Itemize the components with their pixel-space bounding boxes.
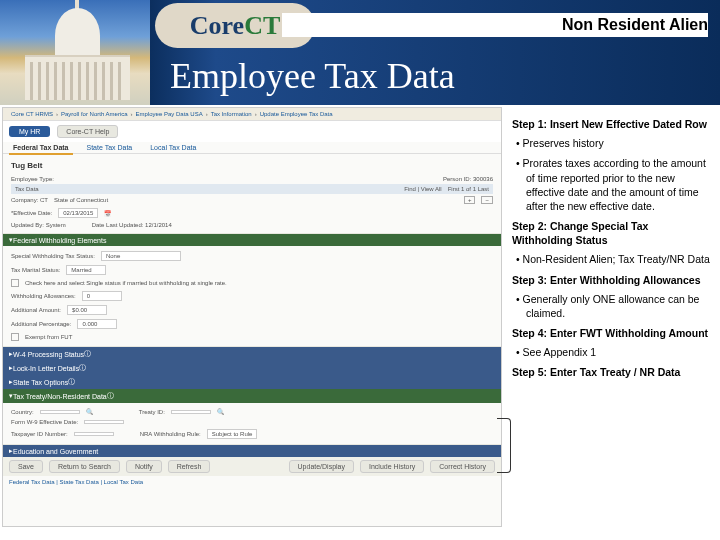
step-2: Step 2: Change Special Tax Withholding S…	[512, 219, 710, 247]
state: State of Connecticut	[54, 197, 108, 203]
calendar-icon[interactable]: 📅	[104, 210, 111, 217]
capitol-photo	[0, 0, 150, 105]
capitol-building	[25, 55, 130, 100]
aa-input[interactable]: $0.00	[67, 305, 107, 315]
step-4: Step 4: Enter FWT Withholding Amount	[512, 326, 710, 340]
main-area: Core CT HRMS›Payroll for North America›E…	[0, 105, 720, 540]
step-4-a: See Appendix 1	[526, 345, 710, 359]
my-hr-button[interactable]: My HR	[9, 126, 50, 137]
last-updated: Date Last Updated: 12/1/2014	[92, 222, 172, 228]
taxid-input[interactable]	[74, 432, 114, 436]
edu-bar[interactable]: ▸ Education and Government	[3, 445, 501, 457]
spec-wh-label: Special Withholding Tax Status:	[11, 253, 95, 259]
exempt-label: Exempt from FUT	[25, 334, 72, 340]
help-button[interactable]: Core-CT Help	[57, 125, 118, 138]
treaty-id-label: Treaty ID:	[139, 409, 165, 415]
step-1-b: Prorates taxes according to the amount o…	[526, 156, 710, 213]
breadcrumb: Core CT HRMS›Payroll for North America›E…	[3, 108, 501, 121]
wa-input[interactable]: 0	[82, 291, 122, 301]
notify-button[interactable]: Notify	[126, 460, 162, 473]
form-label: Form W-9 Effective Date:	[11, 419, 78, 425]
country-label: Country:	[11, 409, 34, 415]
add-row-button[interactable]: +	[464, 196, 476, 204]
person-id: Person ID: 300036	[443, 176, 493, 182]
wa-label: Withholding Allowances:	[11, 293, 76, 299]
updated-by: Updated By: System	[11, 222, 66, 228]
slide-title: Employee Tax Data	[170, 55, 455, 97]
remove-row-button[interactable]: −	[481, 196, 493, 204]
tax-marital-label: Tax Marital Status:	[11, 267, 60, 273]
slide-header: CoreCT Non Resident Alien Employee Tax D…	[0, 0, 720, 105]
exempt-checkbox[interactable]	[11, 333, 19, 341]
bottom-tabs[interactable]: Federal Tax Data | State Tax Data | Loca…	[3, 476, 501, 488]
brace-annotation	[497, 418, 511, 473]
tab-state[interactable]: State Tax Data	[82, 142, 136, 153]
step-2-a: Non-Resident Alien; Tax Treaty/NR Data	[526, 252, 710, 266]
tax-marital-select[interactable]: Married	[66, 265, 106, 275]
ap-input[interactable]: 0.000	[77, 319, 117, 329]
correct-history-button[interactable]: Correct History	[430, 460, 495, 473]
step-5: Step 5: Enter Tax Treaty / NR Data	[512, 365, 710, 379]
step-1: Step 1: Insert New Effective Dated Row	[512, 117, 710, 131]
single-checkbox[interactable]	[11, 279, 19, 287]
eff-date-input[interactable]: 02/13/2015	[58, 208, 98, 218]
nra-rule-select[interactable]: Subject to Rule	[207, 429, 258, 439]
treaty-bar[interactable]: ▾ Tax Treaty/Non-Resident Data ⓘ	[3, 389, 501, 403]
include-history-button[interactable]: Include History	[360, 460, 424, 473]
eff-date-label: *Effective Date:	[11, 210, 52, 216]
pager[interactable]: First 1 of 1 Last	[448, 186, 489, 192]
screenshot-panel: Core CT HRMS›Payroll for North America›E…	[2, 107, 502, 527]
step-3-a: Generally only ONE allowance can be clai…	[526, 292, 710, 320]
tab-bar: Federal Tax Data State Tax Data Local Ta…	[3, 142, 501, 154]
ap-label: Additional Percentage:	[11, 321, 71, 327]
tab-local[interactable]: Local Tax Data	[146, 142, 200, 153]
tax-data-label: Tax Data	[15, 186, 39, 192]
save-button[interactable]: Save	[9, 460, 43, 473]
instructions-panel: Step 1: Insert New Effective Dated Row P…	[504, 105, 720, 540]
taxid-label: Taxpayer ID Number:	[11, 431, 68, 437]
form-input[interactable]	[84, 420, 124, 424]
aa-label: Additional Amount:	[11, 307, 61, 313]
nav-buttons: My HR Core-CT Help	[3, 121, 501, 142]
refresh-button[interactable]: Refresh	[168, 460, 211, 473]
employee-name: Tug Belt	[11, 157, 493, 174]
w4-bar[interactable]: ▸ W-4 Processing Status ⓘ	[3, 347, 501, 361]
update-display-button[interactable]: Update/Display	[289, 460, 354, 473]
spec-wh-select[interactable]: None	[101, 251, 181, 261]
sto-bar[interactable]: ▸ State Tax Options ⓘ	[3, 375, 501, 389]
step-3: Step 3: Enter Withholding Allowances	[512, 273, 710, 287]
treaty-id-input[interactable]	[171, 410, 211, 414]
country-input[interactable]	[40, 410, 80, 414]
tab-federal[interactable]: Federal Tax Data	[9, 142, 73, 155]
find-link[interactable]: Find | View All	[404, 186, 441, 192]
step-1-a: Preserves history	[526, 136, 710, 150]
nra-rule-label: NRA Withholding Rule:	[140, 431, 201, 437]
return-button[interactable]: Return to Search	[49, 460, 120, 473]
company: Company: CT	[11, 197, 48, 203]
fwe-section-bar[interactable]: ▾ Federal Withholding Elements	[3, 234, 501, 246]
lock-bar[interactable]: ▸ Lock-In Letter Details ⓘ	[3, 361, 501, 375]
nra-label: Non Resident Alien	[282, 13, 708, 37]
single-note: Check here and select Single status if m…	[25, 280, 227, 286]
emp-type: Employee Type:	[11, 176, 54, 182]
